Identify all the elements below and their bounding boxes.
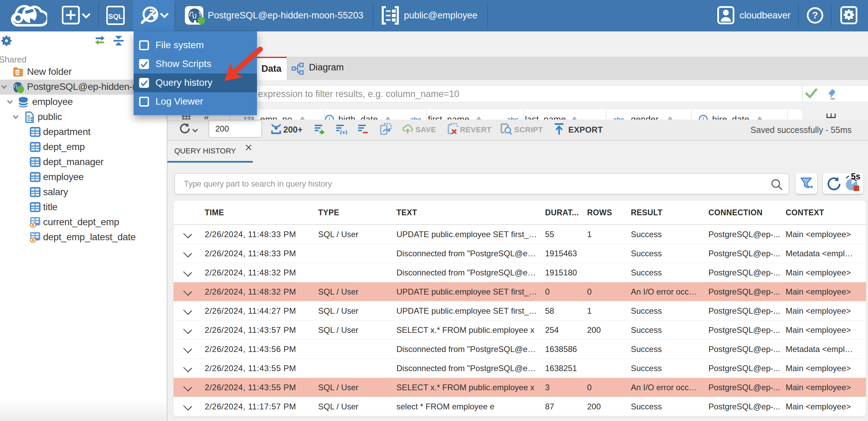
svg-text:(+): (+) <box>340 129 347 135</box>
svg-text:SQL: SQL <box>108 12 123 20</box>
svg-text:?: ? <box>812 10 818 21</box>
